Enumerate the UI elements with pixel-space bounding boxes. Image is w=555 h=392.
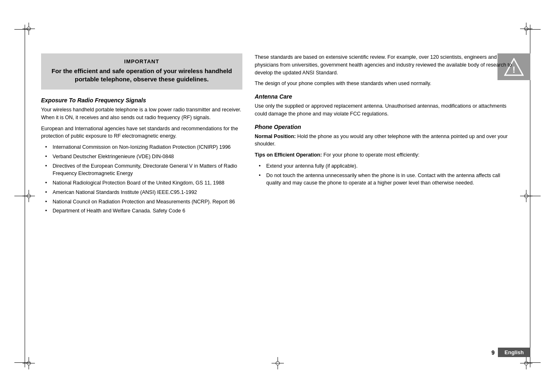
language-badge: English (498, 348, 530, 357)
crosshair-top-right (520, 23, 532, 35)
h-line-bottom-left (14, 362, 30, 363)
h-line-bottom-right (525, 362, 541, 363)
crosshair-bottom-center (272, 357, 284, 369)
list-item: National Council on Radiation Protection… (45, 198, 242, 206)
h-line-top-left (14, 29, 30, 30)
important-title: IMPORTANT (49, 58, 234, 65)
h-line-mid-right (525, 196, 541, 196)
list-item: Do not touch the antenna unnecessarily w… (259, 172, 514, 187)
section-heading-phone: Phone Operation (255, 124, 514, 130)
right-column: These standards are based on extensive s… (255, 53, 514, 339)
important-subtitle: For the efficient and safe operation of … (49, 67, 234, 83)
h-line-top-right (525, 29, 541, 30)
crosshair-bottom-left (23, 357, 35, 369)
list-item: Verband Deutscher Elektringenieure (VDE)… (45, 153, 242, 161)
exposure-para-2: European and International agencies have… (41, 125, 242, 141)
normal-position-text: Normal Position: Hold the phone as you w… (255, 133, 514, 148)
list-item: Extend your antenna fully (if applicable… (259, 162, 514, 170)
list-item: American National Standards Institute (A… (45, 189, 242, 196)
antenna-text: Use only the supplied or approved replac… (255, 102, 514, 118)
important-box: IMPORTANT For the efficient and safe ope… (41, 53, 242, 90)
intro-text: These standards are based on extensive s… (255, 53, 514, 76)
section-heading-exposure: Exposure To Radio Frequency Signals (41, 97, 242, 104)
left-column: IMPORTANT For the efficient and safe ope… (41, 53, 242, 339)
phone-tips-list: Extend your antenna fully (if applicable… (255, 162, 514, 187)
section-heading-antenna: Antenna Care (255, 93, 514, 100)
normal-position-label: Normal Position: (255, 134, 296, 139)
standards-list: International Commission on Non-Ionizing… (41, 143, 242, 215)
h-line-mid-left (14, 196, 30, 196)
list-item: International Commission on Non-Ionizing… (45, 143, 242, 151)
exposure-para-1: Your wireless handheld portable telephon… (41, 106, 242, 122)
crosshair-top-left (23, 23, 35, 35)
list-item: Directives of the European Community, Di… (45, 162, 242, 178)
footer-bar: 9 English (491, 348, 530, 357)
tips-text: Tips on Efficient Operation: For your ph… (255, 151, 514, 159)
content-area: IMPORTANT For the efficient and safe ope… (41, 53, 514, 339)
tips-label: Tips on Efficient Operation: (255, 152, 322, 158)
crosshair-bottom-right (520, 357, 532, 369)
page-number: 9 (491, 349, 495, 356)
tips-intro: For your phone to operate most efficient… (323, 152, 419, 158)
list-item: Department of Health and Welfare Canada.… (45, 207, 242, 215)
design-text: The design of your phone complies with t… (255, 80, 514, 88)
list-item: National Radiological Protection Board o… (45, 179, 242, 187)
page-container: ! IMPORTANT For the efficient and safe o… (0, 0, 555, 392)
